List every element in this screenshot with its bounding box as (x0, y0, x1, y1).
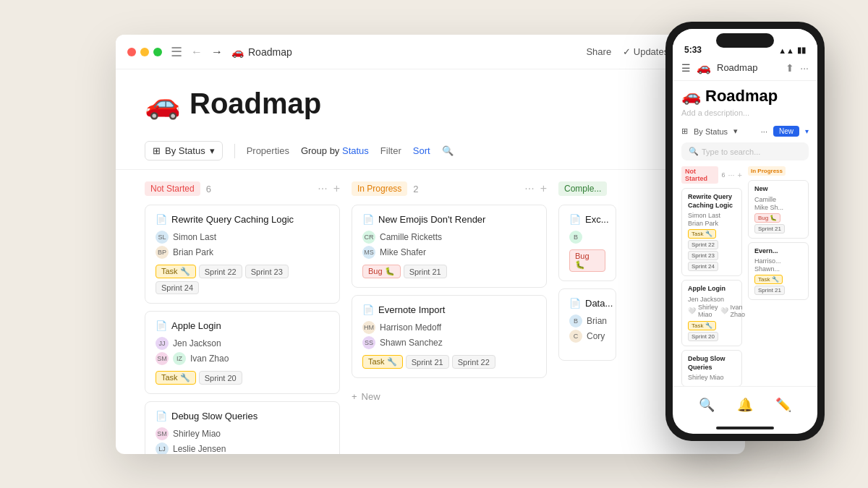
chevron-icon: ▾ (210, 145, 215, 156)
phone-card[interactable]: Apple Login Jen Jackson 🤍 Shirley Miao 🤍… (681, 280, 742, 346)
phone-more-icon[interactable]: ··· (800, 62, 809, 74)
updates-button[interactable]: Updates (623, 46, 668, 57)
phone-status-not-started: Not Started (681, 166, 718, 184)
phone-tag-task: Task 🔧 (688, 321, 716, 330)
search-icon[interactable]: 🔍 (442, 145, 454, 156)
assignee-name: Brian (587, 316, 607, 326)
phone-card-title: Apple Login (688, 285, 736, 294)
phone-col-header-not-started: Not Started 6 ··· + (681, 166, 742, 184)
phone-search[interactable]: 🔍 Type to search... (681, 142, 809, 160)
assignee: CR Camille Ricketts (362, 231, 536, 244)
phone-header-title: Roadmap (717, 62, 757, 73)
assignee: BP Brian Park (156, 246, 329, 259)
card-evernote-import[interactable]: 📄 Evernote Import HM Harrison Medoff SS … (352, 295, 547, 378)
column-header-complete: Comple... (558, 181, 616, 196)
avatar: SS (362, 336, 375, 349)
card-data[interactable]: 📄 Data... B Brian C Cory (558, 288, 616, 361)
phone-assignee: Simon Last (688, 212, 736, 219)
avatar: CR (362, 231, 375, 244)
card-title: 📄 Data... (569, 298, 605, 309)
phone-assignee: Jen Jackson (688, 296, 736, 303)
avatar: SM (156, 427, 169, 440)
close-button[interactable] (127, 48, 136, 56)
phone-share-icon[interactable]: ⬆ (786, 62, 794, 74)
phone-bell-icon[interactable]: 🔔 (737, 397, 753, 413)
minimize-button[interactable] (140, 48, 149, 56)
main-window: ☰ ← → 🚗 Roadmap Share Updates Favorite ·… (116, 35, 745, 454)
phone-dropdown-arrow[interactable]: ▾ (805, 127, 809, 135)
card-title: 📄 Evernote Import (362, 304, 536, 315)
phone-tag-sprint: Sprint 21 (754, 224, 785, 234)
filter-button[interactable]: Filter (380, 145, 401, 156)
phone-view-label[interactable]: By Status (694, 127, 728, 136)
doc-icon: 📄 (569, 298, 581, 309)
phone-description: Add a description... (673, 108, 817, 123)
card-assignees: HM Harrison Medoff SS Shawn Sanchez (362, 321, 536, 349)
phone-card[interactable]: Debug Slow Queries Shirley Miao (681, 350, 742, 386)
phone-card[interactable]: Rewrite Query Caching Logic Simon Last B… (681, 188, 742, 276)
column-more-icon[interactable]: ··· (524, 182, 534, 195)
phone-menu-icon[interactable]: ☰ (681, 62, 691, 74)
column-header-in-progress: In Progress 2 ··· + (352, 181, 547, 196)
group-value: Status (342, 145, 369, 156)
traffic-lights (127, 48, 162, 56)
phone-card-title: Rewrite Query Caching Logic (688, 193, 736, 210)
tag-sprint: Sprint 22 (452, 355, 495, 369)
phone-card[interactable]: New Camille Mike Sh... Bug 🐛 Sprint 21 (748, 180, 809, 239)
phone-tag-sprint: Sprint 22 (688, 240, 718, 249)
phone-col-header-in-progress: In Progress (748, 166, 809, 176)
back-button[interactable]: ← (188, 44, 205, 60)
phone-col-in-progress: In Progress New Camille Mike Sh... Bug 🐛… (748, 166, 809, 386)
tag-sprint: Sprint 23 (245, 265, 289, 278)
card-rewrite-query[interactable]: 📄 Rewrite Query Caching Logic SL Simon L… (145, 205, 340, 304)
view-toggle[interactable]: ⊞ By Status ▾ (145, 141, 223, 160)
new-card-button[interactable]: + New (352, 385, 547, 408)
phone-search-bottom-icon[interactable]: 🔍 (699, 397, 715, 413)
card-title-text: Apple Login (171, 320, 221, 331)
card-title: 📄 Exc... (569, 214, 605, 225)
doc-icon: 📄 (156, 411, 167, 421)
avatar: HM (362, 321, 375, 334)
card-debug-slow[interactable]: 📄 Debug Slow Queries SM Shirley Miao LJ … (145, 401, 340, 454)
phone-tag-sprint: Sprint 24 (688, 262, 718, 271)
phone-new-button[interactable]: New (773, 126, 799, 137)
column-cards-complete: 📄 Exc... B Bug 🐛 (558, 205, 616, 361)
assignee-name: Camille Ricketts (380, 232, 442, 242)
card-title: 📄 Apple Login (156, 320, 329, 331)
phone-card[interactable]: Evern... Harriso... Shawn... Task 🔧 Spri… (748, 242, 809, 301)
fullscreen-button[interactable] (153, 48, 162, 56)
phone-page-emoji: 🚗 (681, 87, 701, 106)
view-icon: ⊞ (153, 145, 161, 156)
properties-button[interactable]: Properties (247, 145, 289, 156)
phone-screen: 5:33 ▲▲ ▮▮ ☰ 🚗 Roadmap ⬆ ··· 🚗 Roadmap (673, 29, 817, 434)
phone-page-title: 🚗 Roadmap (673, 81, 817, 108)
phone-more-options[interactable]: ··· (761, 127, 767, 136)
card-new-emojis[interactable]: 📄 New Emojis Don't Render CR Camille Ric… (352, 205, 547, 288)
column-more-icon[interactable]: ··· (318, 182, 327, 195)
phone-edit-icon[interactable]: ✏️ (775, 397, 791, 413)
card-tags: Task 🔧 Sprint 21 Sprint 22 (362, 355, 536, 369)
column-add-icon[interactable]: + (540, 182, 547, 195)
assignee: B (569, 231, 605, 244)
forward-button[interactable]: → (208, 44, 226, 60)
sort-button[interactable]: Sort (413, 145, 430, 156)
card-exc[interactable]: 📄 Exc... B Bug 🐛 (558, 205, 616, 281)
group-by-button[interactable]: Group by Status (301, 145, 369, 156)
card-title-text: Debug Slow Queries (171, 411, 258, 421)
doc-icon: 📄 (362, 304, 374, 315)
share-button[interactable]: Share (586, 46, 611, 57)
phone-col-more[interactable]: ··· (728, 171, 734, 179)
column-add-icon[interactable]: + (333, 182, 340, 195)
phone-count-not-started: 6 (721, 171, 725, 179)
toolbar: ⊞ By Status ▾ Properties Group by Status… (116, 141, 745, 170)
phone-search-placeholder: Type to search... (702, 147, 760, 156)
menu-icon[interactable]: ☰ (171, 44, 182, 60)
column-cards-in-progress: 📄 New Emojis Don't Render CR Camille Ric… (352, 205, 547, 408)
tag-bug: Bug 🐛 (569, 249, 605, 272)
card-apple-login[interactable]: 📄 Apple Login JJ Jen Jackson SM IZ (145, 311, 340, 394)
card-assignees: JJ Jen Jackson SM IZ Ivan Zhao (156, 337, 329, 365)
wifi-icon: ▲▲ (778, 46, 794, 55)
column-count-not-started: 6 (206, 184, 211, 194)
phone-card-title: New (754, 185, 802, 194)
phone-col-add[interactable]: + (738, 171, 742, 179)
